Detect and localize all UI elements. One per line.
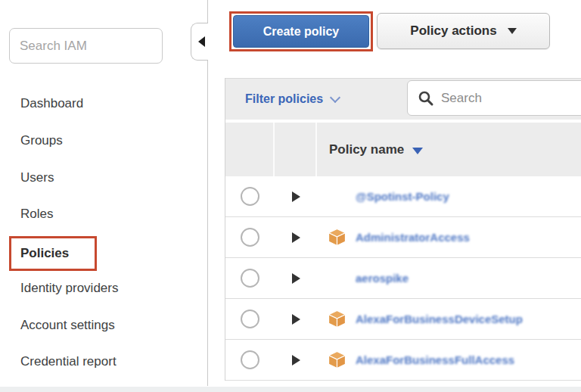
sidebar-item[interactable]: Identity providers [20, 279, 118, 297]
sidebar-item[interactable]: Account settings [20, 316, 115, 334]
aws-managed-policy-cube-icon [328, 350, 346, 369]
policy-name-link[interactable]: @Spotinst-Policy [356, 190, 449, 203]
header-expand-column [275, 123, 317, 176]
sidebar-item-label: Roles [20, 207, 53, 221]
policy-name-link[interactable]: AlexaForBusinessFullAccess [356, 353, 514, 366]
sidebar-item[interactable]: Policies [9, 236, 97, 271]
aws-managed-policy-cube-icon [328, 228, 346, 247]
row-expand-cell [275, 314, 317, 325]
sidebar-collapse-button[interactable] [191, 23, 208, 61]
row-select-cell [225, 187, 275, 206]
panel-divider [207, 0, 208, 23]
aws-managed-policy-cube-icon [328, 310, 346, 328]
collapse-left-arrow-icon [198, 36, 205, 47]
row-radio-button[interactable] [241, 310, 259, 328]
row-radio-button[interactable] [241, 228, 259, 247]
policy-actions-button[interactable]: Policy actions [377, 13, 550, 49]
row-radio-button[interactable] [241, 187, 259, 206]
iam-policies-screen: Dashboard Groups Users Roles Policies Id… [0, 0, 581, 392]
expand-row-arrow-icon[interactable] [292, 232, 300, 243]
table-row: AlexaForBusinessDeviceSetup [225, 299, 581, 340]
row-expand-cell [275, 232, 317, 243]
sidebar-item-label: Credential report [20, 354, 117, 369]
create-policy-highlight-box: Create policy [229, 11, 373, 51]
panel-divider [207, 60, 208, 386]
row-radio-button[interactable] [241, 269, 259, 288]
table-header-row: Policy name [225, 123, 581, 176]
sidebar-item[interactable]: Users [20, 169, 54, 187]
expand-row-arrow-icon[interactable] [292, 314, 300, 325]
sort-descending-icon [412, 148, 423, 154]
row-expand-cell [275, 355, 317, 366]
sidebar-item-label: Dashboard [20, 96, 83, 110]
policy-search-input[interactable] [407, 80, 581, 116]
table-row: AlexaForBusinessFullAccess [225, 340, 581, 381]
policy-actions-label: Policy actions [410, 23, 496, 39]
table-row: @Spotinst-Policy [225, 176, 581, 217]
policy-name-link[interactable]: aerospike [356, 272, 409, 285]
table-row: AdministratorAccess [225, 217, 581, 258]
sidebar-item-label: Users [20, 170, 54, 185]
expand-row-arrow-icon[interactable] [292, 273, 300, 284]
sidebar-item[interactable]: Credential report [20, 353, 117, 371]
policy-name-link[interactable]: AdministratorAccess [356, 231, 470, 244]
row-select-cell [225, 228, 275, 247]
row-select-cell [225, 269, 275, 288]
row-select-cell [225, 350, 275, 369]
filter-policies-label: Filter policies [245, 92, 323, 106]
filter-bar: Filter policies [225, 78, 581, 120]
row-radio-button[interactable] [241, 350, 259, 369]
sidebar-item-label: Account settings [20, 318, 115, 332]
row-select-cell [225, 310, 275, 328]
expand-row-arrow-icon[interactable] [292, 191, 300, 202]
filter-policies-dropdown[interactable]: Filter policies [245, 92, 339, 106]
sidebar-item[interactable]: Dashboard [20, 95, 83, 113]
policies-table: Filter policies Policy name [225, 78, 581, 381]
policy-name-link[interactable]: AlexaForBusinessDeviceSetup [356, 313, 523, 325]
table-body: @Spotinst-Policy AdministratorAccess [225, 176, 581, 381]
table-row: aerospike [225, 258, 581, 299]
sidebar: Dashboard Groups Users Roles Policies Id… [0, 0, 207, 387]
chevron-down-icon [330, 92, 340, 103]
sidebar-nav: Dashboard Groups Users Roles Policies Id… [0, 0, 207, 387]
create-policy-button[interactable]: Create policy [233, 15, 369, 48]
sidebar-item[interactable]: Groups [20, 132, 63, 150]
sidebar-item-label: Groups [20, 133, 63, 148]
sidebar-item-label: Policies [20, 244, 69, 263]
sidebar-item[interactable]: Roles [20, 205, 53, 223]
dropdown-caret-icon [508, 28, 517, 34]
expand-row-arrow-icon[interactable] [292, 355, 300, 366]
row-expand-cell [275, 191, 317, 202]
policy-name-header-label: Policy name [329, 142, 404, 157]
row-expand-cell [275, 273, 317, 284]
header-policy-name[interactable]: Policy name [317, 123, 581, 176]
sidebar-item-label: Identity providers [20, 281, 118, 295]
window-bottom-strip [0, 387, 581, 392]
header-select-column [225, 123, 275, 176]
